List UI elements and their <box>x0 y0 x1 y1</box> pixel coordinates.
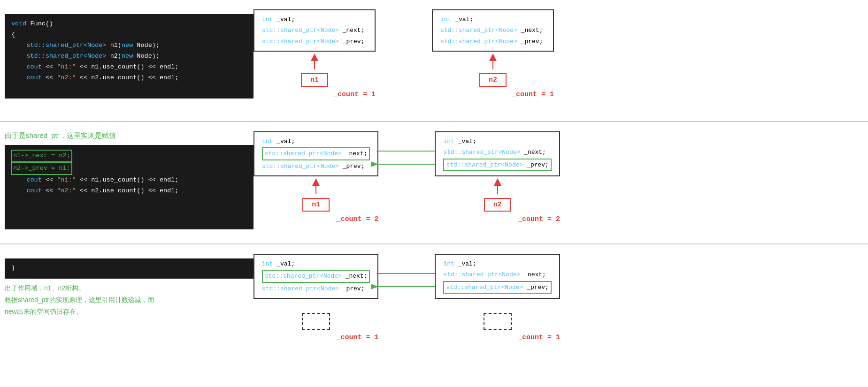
row2-n2-group: int _val; std::shared_ptr<Node> _next; s… <box>435 131 560 223</box>
row3-n1-box: int _val; std::shared_ptr<Node> _next; s… <box>253 254 378 299</box>
row3-n2-box: int _val; std::shared_ptr<Node> _next; s… <box>435 254 560 299</box>
row3-n2-field1: std::shared_ptr<Node> _next; <box>443 269 551 280</box>
row3-left: } 出了作用域，n1、n2析构。 根据shared_ptr的实现原理，这里引用计… <box>0 249 253 323</box>
row2-n2-arrowline <box>497 186 498 194</box>
row2-comment: 由于是shared_ptr，这里实则是赋值 <box>5 131 251 140</box>
row2-n1-arrow <box>312 178 320 186</box>
row3-n2-field0: int _val; <box>443 258 551 269</box>
row1-n1-box: int _val; std::shared_ptr<Node> _next; s… <box>253 9 376 52</box>
row1: void Func() { std::shared_ptr<Node> n1(n… <box>0 0 868 122</box>
row3-code: } <box>5 258 253 279</box>
row1-n1-label: n1 <box>301 73 328 87</box>
row3-n1-field0: int _val; <box>262 258 370 269</box>
row2-n1-field1: std::shared_ptr<Node> _next; <box>262 147 370 160</box>
row1-n2-arrowline <box>492 61 493 69</box>
row2-n2-field0: int _val; <box>443 136 551 147</box>
row2-left: 由于是shared_ptr，这里实则是赋值 n1->_next = n2; n2… <box>0 127 253 239</box>
row3-comment: 出了作用域，n1、n2析构。 根据shared_ptr的实现原理，这里引用计数递… <box>5 282 251 318</box>
row2-n1-field2: std::shared_ptr<Node> _prev; <box>262 161 370 172</box>
row1-code: void Func() { std::shared_ptr<Node> n1(n… <box>5 14 253 99</box>
row1-n1-field1: std::shared_ptr<Node> _next; <box>262 25 367 36</box>
row1-n2-field1: std::shared_ptr<Node> _next; <box>440 25 545 36</box>
row2: 由于是shared_ptr，这里实则是赋值 n1->_next = n2; n2… <box>0 122 868 244</box>
row2-n1-arrowline <box>315 186 316 194</box>
row3-diagram: int _val; std::shared_ptr<Node> _next; s… <box>253 249 868 346</box>
row2-n1-label: n1 <box>302 198 330 212</box>
row1-n2-field0: int _val; <box>440 14 545 25</box>
row3-n2-count: _count = 1 <box>518 334 560 341</box>
row1-n1-field0: int _val; <box>262 14 367 25</box>
row1-n1-field2: std::shared_ptr<Node> _prev; <box>262 36 367 47</box>
row3-n1-field1: std::shared_ptr<Node> _next; <box>262 270 370 282</box>
row1-n1-count: _count = 1 <box>333 91 376 99</box>
row2-code: n1->_next = n2; n2->_prev = n1; cout << … <box>5 145 253 229</box>
row3-n2-arrowspacer <box>497 301 498 309</box>
row1-n1-arrow <box>311 53 318 61</box>
row2-n1-box: int _val; std::shared_ptr<Node> _next; s… <box>253 131 378 176</box>
row3-n2-field2: std::shared_ptr<Node> _prev; <box>443 281 551 294</box>
row1-n2-count: _count = 1 <box>512 91 554 99</box>
row1-n1-group: int _val; std::shared_ptr<Node> _next; s… <box>253 9 376 99</box>
row2-n2-box: int _val; std::shared_ptr<Node> _next; s… <box>435 131 560 176</box>
row2-n1-count: _count = 2 <box>336 215 378 223</box>
row1-n2-arrow <box>489 53 497 61</box>
row3-n1-group: int _val; std::shared_ptr<Node> _next; s… <box>253 254 378 341</box>
row2-n2-label: n2 <box>484 198 511 212</box>
row2-n1-field0: int _val; <box>262 136 370 147</box>
row1-diagram: int _val; std::shared_ptr<Node> _next; s… <box>253 5 868 103</box>
row2-n2-count: _count = 2 <box>518 215 560 223</box>
row1-n2-group: int _val; std::shared_ptr<Node> _next; s… <box>432 9 554 99</box>
row3-n1-arrowspacer <box>315 301 316 309</box>
row1-n2-label: n2 <box>479 73 507 87</box>
row2-n2-field1: std::shared_ptr<Node> _next; <box>443 147 551 158</box>
row3-n1-label <box>302 313 330 330</box>
row2-n2-arrow <box>494 178 501 186</box>
row1-n2-field2: std::shared_ptr<Node> _prev; <box>440 36 545 47</box>
row2-diagram: int _val; std::shared_ptr<Node> _next; s… <box>253 127 868 228</box>
row2-n1-group: int _val; std::shared_ptr<Node> _next; s… <box>253 131 378 223</box>
row3-n1-field2: std::shared_ptr<Node> _prev; <box>262 283 370 294</box>
row3-n2-label <box>484 313 512 330</box>
row1-left: void Func() { std::shared_ptr<Node> n1(n… <box>0 5 253 108</box>
row2-n2-field2: std::shared_ptr<Node> _prev; <box>443 159 551 171</box>
row3-n1-count: _count = 1 <box>336 334 378 341</box>
row1-n2-box: int _val; std::shared_ptr<Node> _next; s… <box>432 9 554 52</box>
row3: } 出了作用域，n1、n2析构。 根据shared_ptr的实现原理，这里引用计… <box>0 244 868 366</box>
row1-n1-arrowline <box>314 61 315 69</box>
row3-n2-group: int _val; std::shared_ptr<Node> _next; s… <box>435 254 560 341</box>
